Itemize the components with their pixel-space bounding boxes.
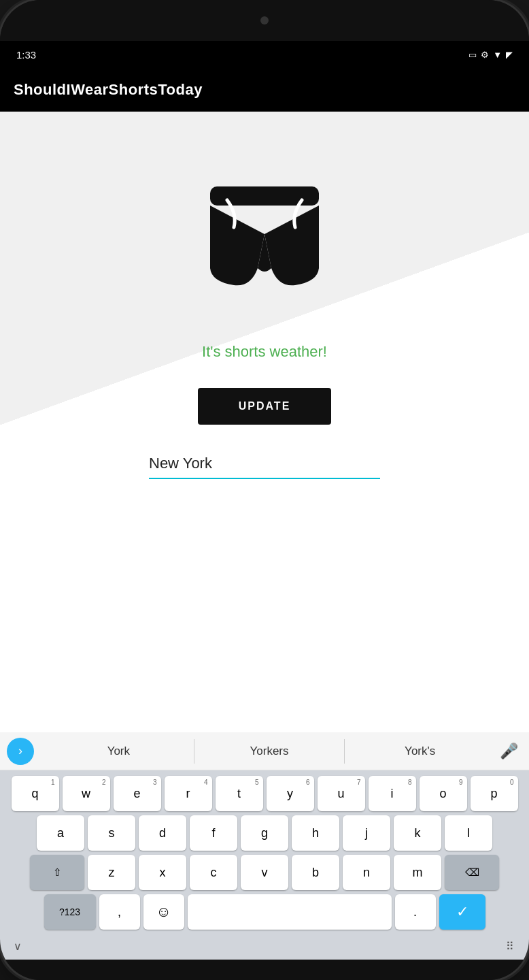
phone-frame: 1:33 ▭ ⚙ ▼ ◤ ShouldIWearShortsToday [0,0,529,980]
key-t[interactable]: t5 [216,776,263,811]
keyboard-row-2: a s d f g h j k l [3,815,526,851]
shift-key[interactable]: ⇧ [30,855,84,890]
key-d[interactable]: d [139,815,186,851]
key-b[interactable]: b [292,855,339,890]
key-v[interactable]: v [241,855,288,890]
key-x[interactable]: x [139,855,186,890]
autocomplete-suggestion-yorks[interactable]: York's [345,739,495,764]
city-input-container [149,452,380,479]
status-bar: 1:33 ▭ ⚙ ▼ ◤ [0,41,529,68]
autocomplete-suggestion-yorkers[interactable]: Yorkers [194,739,345,764]
key-n[interactable]: n [343,855,390,890]
status-icons: ▭ ⚙ ▼ ◤ [468,50,513,60]
bottom-chevron-icon: ∨ [14,940,22,953]
key-z[interactable]: z [88,855,135,890]
key-y[interactable]: y6 [267,776,314,811]
bottom-dots-icon: ⠿ [506,940,515,953]
key-q[interactable]: q1 [12,776,59,811]
keyboard-row-1: q1 w2 e3 r4 t5 y6 u7 i8 o9 p0 [3,776,526,811]
key-j[interactable]: j [343,815,390,851]
shorts-icon [197,173,332,309]
key-a[interactable]: a [37,815,84,851]
expand-icon: › [18,744,22,758]
key-c[interactable]: c [190,855,237,890]
space-key[interactable] [188,894,392,930]
weather-status: It's shorts weather! [202,343,327,361]
app-bar: ShouldIWearShortsToday [0,68,529,112]
autocomplete-suggestions: York Yorkers York's [44,739,495,764]
key-i[interactable]: i8 [369,776,416,811]
emoji-key[interactable]: ☺ [143,894,184,930]
keyboard-row-4: ?123 , ☺ . ✓ [3,894,526,930]
key-g[interactable]: g [241,815,288,851]
microphone-button[interactable]: 🎤 [495,738,522,765]
svg-rect-0 [210,186,319,206]
autocomplete-bar: › York Yorkers York's 🎤 [0,732,529,770]
key-k[interactable]: k [394,815,441,851]
key-f[interactable]: f [190,815,237,851]
city-input[interactable] [149,452,380,479]
autocomplete-expand-button[interactable]: › [7,738,34,765]
update-button[interactable]: UPDATE [198,388,332,425]
num-key[interactable]: ?123 [44,894,96,930]
phone-top-bar [0,0,529,41]
confirm-key[interactable]: ✓ [439,894,485,930]
key-o[interactable]: o9 [420,776,467,811]
phone-bottom-bar [0,960,529,980]
key-h[interactable]: h [292,815,339,851]
status-time: 1:33 [16,49,36,61]
main-content: It's shorts weather! UPDATE [0,112,529,732]
settings-icon: ⚙ [481,50,489,60]
microphone-icon: 🎤 [500,742,518,760]
key-s[interactable]: s [88,815,135,851]
signal-icon: ◤ [506,50,513,60]
key-e[interactable]: e3 [114,776,161,811]
camera-dot [260,16,269,24]
backspace-key[interactable]: ⌫ [445,855,499,890]
period-key[interactable]: . [395,894,436,930]
app-title: ShouldIWearShortsToday [14,81,203,99]
key-p[interactable]: p0 [471,776,518,811]
keyboard-row-3: ⇧ z x c v b n m ⌫ [3,855,526,890]
sim-icon: ▭ [468,50,477,60]
key-w[interactable]: w2 [63,776,110,811]
key-m[interactable]: m [394,855,441,890]
shorts-image-container [190,166,339,316]
wifi-icon: ▼ [493,50,502,60]
keyboard: q1 w2 e3 r4 t5 y6 u7 i8 o9 p0 a s d f g … [0,770,529,932]
comma-key[interactable]: , [99,894,140,930]
key-r[interactable]: r4 [165,776,212,811]
key-l[interactable]: l [445,815,492,851]
autocomplete-suggestion-york[interactable]: York [44,739,194,764]
key-u[interactable]: u7 [318,776,365,811]
bottom-nav-hint: ∨ ⠿ [0,932,529,960]
